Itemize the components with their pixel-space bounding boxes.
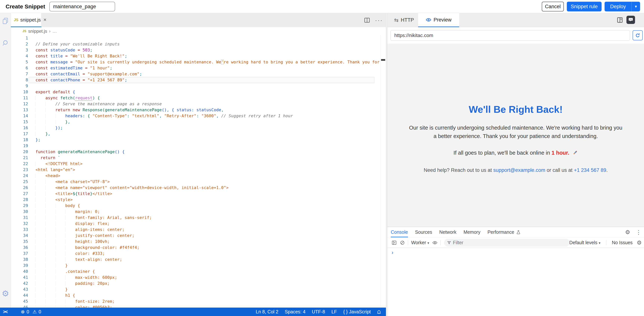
- code-line-17[interactable]: 17 },: [11, 131, 380, 137]
- editor-scrollbar[interactable]: [380, 35, 386, 307]
- code-line-2[interactable]: 2// Define your customizable inputs: [11, 41, 380, 47]
- js-context-dropdown[interactable]: Worker ▾: [411, 240, 429, 245]
- phone-link[interactable]: +1 234 567 89: [574, 167, 606, 173]
- code-line-6[interactable]: 6const estimatedTime = "1 hour";: [11, 65, 380, 71]
- code-line-31[interactable]: 31 font-family: Arial, sans-serif;: [11, 215, 380, 221]
- deploy-dropdown-caret[interactable]: ▾: [632, 2, 640, 12]
- remote-indicator-icon[interactable]: ><: [0, 309, 10, 314]
- code-line-16[interactable]: 16 });: [11, 125, 380, 131]
- code-line-7[interactable]: 7const contactEmail = "support@example.c…: [11, 71, 380, 77]
- code-line-8[interactable]: 8const contactPhone = "+1 234 567 89";: [11, 77, 380, 83]
- breadcrumb-file[interactable]: snippet.js: [28, 29, 47, 34]
- pane-divider[interactable]: [386, 13, 388, 316]
- devtools-menu-kebab-icon[interactable]: ⋮: [636, 229, 642, 236]
- console-sidebar-toggle-icon[interactable]: [390, 239, 398, 247]
- encoding[interactable]: UTF-8: [309, 309, 328, 314]
- support-email-link[interactable]: support@example.com: [493, 167, 545, 173]
- more-actions-icon[interactable]: ···: [375, 17, 383, 23]
- code-line-32[interactable]: 32 display: flex;: [11, 221, 380, 227]
- code-line-4[interactable]: 4const title = "We'll Be Right Back!";: [11, 53, 380, 59]
- code-line-23[interactable]: 23<html lang="en">: [11, 167, 380, 173]
- code-line-1[interactable]: 1: [11, 35, 380, 41]
- code-line-26[interactable]: 26 <meta name="viewport" content="width=…: [11, 185, 380, 191]
- tab-close-icon[interactable]: ×: [43, 17, 46, 23]
- cancel-button[interactable]: Cancel: [542, 2, 564, 12]
- indentation[interactable]: Spaces: 4: [282, 309, 308, 314]
- code-line-19[interactable]: 19: [11, 143, 380, 149]
- console-filter-box[interactable]: [444, 239, 570, 247]
- code-line-42[interactable]: 42 padding: 20px;: [11, 280, 380, 286]
- eol-sequence[interactable]: LF: [328, 309, 340, 314]
- code-line-44[interactable]: 44 h1 {: [11, 292, 380, 298]
- code-line-40[interactable]: 40 .container {: [11, 268, 380, 274]
- console-prompt[interactable]: ›: [388, 248, 644, 257]
- code-line-14[interactable]: 14 headers: { "Content-Type": "text/html…: [11, 113, 380, 119]
- code-line-46[interactable]: 46 color: #0056b3;: [11, 304, 380, 307]
- snippet-name-input[interactable]: [49, 2, 115, 12]
- code-line-15[interactable]: 15 },: [11, 119, 380, 125]
- code-line-37[interactable]: 37 color: #333;: [11, 250, 380, 256]
- maintenance-eta-line: If all goes to plan, we'll be back onlin…: [408, 150, 623, 157]
- language-mode[interactable]: { } JavaScript: [340, 309, 374, 314]
- tab-snippet-js[interactable]: JS snippet.js ×: [11, 13, 42, 27]
- split-editor-icon[interactable]: [364, 17, 370, 23]
- log-levels-dropdown[interactable]: Default levels ▾: [569, 240, 600, 245]
- tab-network[interactable]: Network: [439, 227, 456, 237]
- console-settings-gear-icon[interactable]: ⚙: [637, 240, 642, 245]
- code-line-29[interactable]: 29 body {: [11, 203, 380, 209]
- filter-input[interactable]: [453, 240, 554, 245]
- code-line-11[interactable]: 11 async fetch(request) {: [11, 95, 380, 101]
- code-line-3[interactable]: 3const statusCode = 503;: [11, 47, 380, 53]
- tab-performance[interactable]: Performance: [488, 227, 520, 237]
- code-line-24[interactable]: 24 <head>: [11, 173, 380, 179]
- code-line-41[interactable]: 41 max-width: 600px;: [11, 274, 380, 280]
- code-line-43[interactable]: 43 }: [11, 286, 380, 292]
- code-line-36[interactable]: 36 background-color: #f4f4f4;: [11, 245, 380, 250]
- files-icon[interactable]: [0, 17, 11, 25]
- devtools-settings-gear-icon[interactable]: ⚙: [625, 229, 630, 235]
- maintenance-contact-line: Need help? Reach out to us at support@ex…: [408, 167, 623, 173]
- tab-http[interactable]: ⇆ HTTP: [390, 13, 418, 27]
- preview-url-input[interactable]: [390, 30, 630, 41]
- tab-preview[interactable]: Preview: [418, 13, 459, 27]
- code-line-27[interactable]: 27 <title>${title}</title>: [11, 191, 380, 197]
- code-line-38[interactable]: 38 text-align: center;: [11, 256, 380, 262]
- code-line-18[interactable]: 18};: [11, 137, 380, 143]
- code-line-21[interactable]: 21 return `: [11, 155, 380, 161]
- tab-sources[interactable]: Sources: [415, 227, 432, 237]
- snippet-rule-button[interactable]: Snippet rule: [567, 2, 602, 12]
- code-line-9[interactable]: 9: [11, 83, 380, 89]
- clear-console-icon[interactable]: [398, 239, 406, 247]
- code-line-35[interactable]: 35 height: 100vh;: [11, 239, 380, 245]
- code-line-34[interactable]: 34 justify-content: center;: [11, 233, 380, 239]
- code-line-5[interactable]: 5const message = "Our site is currently …: [11, 59, 380, 65]
- discord-icon[interactable]: [626, 16, 635, 24]
- notifications-bell-icon[interactable]: [374, 309, 382, 314]
- cursor-position[interactable]: Ln 8, Col 2: [253, 309, 282, 314]
- tab-memory[interactable]: Memory: [464, 227, 480, 237]
- code-line-25[interactable]: 25 <meta charset="UTF-8">: [11, 179, 380, 185]
- code-line-13[interactable]: 13 return new Response(generateMaintenan…: [11, 107, 380, 113]
- tab-console[interactable]: Console: [391, 227, 408, 237]
- search-icon[interactable]: [0, 39, 11, 47]
- settings-gear-icon[interactable]: ⚙: [0, 289, 11, 298]
- issues-counter[interactable]: No Issues: [612, 240, 632, 245]
- code-line-22[interactable]: 22 <!DOCTYPE html>: [11, 161, 380, 167]
- docs-book-icon[interactable]: [616, 16, 624, 24]
- code-line-45[interactable]: 45 font-size: 2rem;: [11, 298, 380, 304]
- scrollbar-thumb[interactable]: [381, 59, 385, 61]
- code-line-20[interactable]: 20function generateMaintenancePage() {: [11, 149, 380, 155]
- code-line-39[interactable]: 39 }: [11, 262, 380, 268]
- live-expression-eye-icon[interactable]: [431, 239, 439, 247]
- problems-indicator[interactable]: ⊗ 0 ⚠ 0: [18, 309, 44, 314]
- deploy-button[interactable]: Deploy: [604, 2, 632, 12]
- code-line-30[interactable]: 30 margin: 0;: [11, 209, 380, 215]
- code-line-10[interactable]: 10export default {: [11, 89, 380, 95]
- refresh-button[interactable]: [632, 30, 643, 40]
- breadcrumb-symbol[interactable]: …: [52, 29, 57, 34]
- code-editor[interactable]: 12// Define your customizable inputs3con…: [11, 35, 380, 307]
- code-line-33[interactable]: 33 align-items: center;: [11, 227, 380, 233]
- code-line-12[interactable]: 12 // Serve the maintenance page as a re…: [11, 101, 380, 107]
- code-line-28[interactable]: 28 <style>: [11, 197, 380, 203]
- warnings-count: 0: [38, 309, 41, 314]
